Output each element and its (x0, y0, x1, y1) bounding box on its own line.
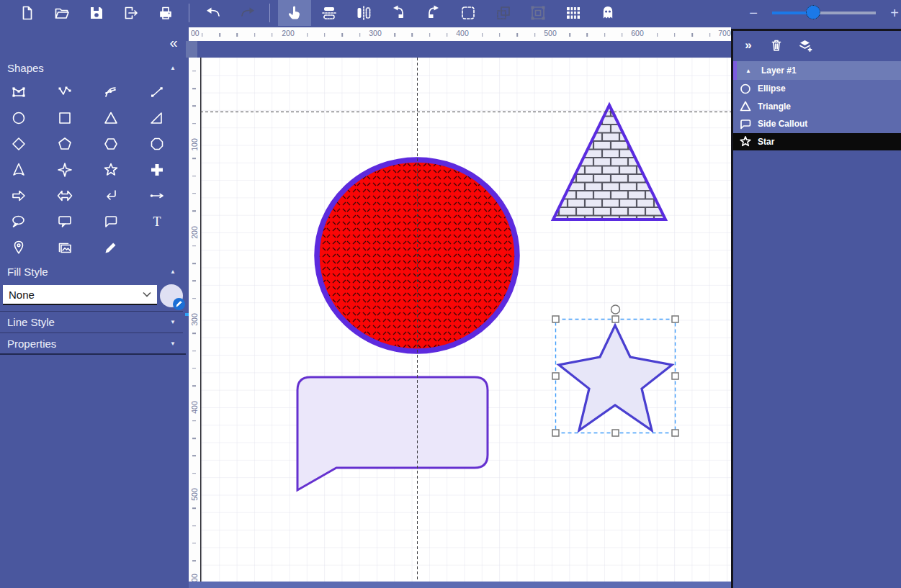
collapse-up-icon: ▲ (170, 268, 176, 275)
sidebar-collapse-button[interactable]: « (163, 33, 184, 52)
line-style-section-header[interactable]: Line Style ▼ (0, 311, 183, 333)
flip-horizontal-button[interactable] (346, 0, 381, 26)
zoom-in-button[interactable]: + (884, 0, 901, 26)
five-point-star-icon (102, 161, 120, 178)
cross-tool[interactable] (145, 159, 169, 181)
undo-button[interactable] (196, 0, 230, 26)
eyedropper-icon (175, 300, 183, 308)
resize-handle-nw[interactable] (552, 316, 559, 322)
image-tool[interactable] (53, 237, 77, 258)
fill-style-dropdown[interactable]: None (3, 285, 157, 305)
pentagon-tool[interactable] (53, 133, 77, 155)
ruler-label: 600 (630, 29, 645, 37)
fill-color-swatch[interactable] (160, 284, 183, 307)
curve-tool[interactable] (99, 81, 123, 103)
three-point-star-icon (10, 161, 27, 178)
sidebar-divider (0, 353, 186, 355)
eyedropper-button[interactable] (173, 298, 185, 310)
text-tool[interactable]: T (145, 211, 169, 232)
map-pin-tool[interactable] (6, 237, 31, 258)
resize-handle-w[interactable] (552, 373, 559, 379)
transform-frame-button[interactable] (521, 0, 555, 26)
properties-section-header[interactable]: Properties ▼ (0, 333, 183, 353)
rotation-handle[interactable] (611, 305, 620, 314)
layers-panel: » ▲ Layer #1 Ellipse (731, 29, 901, 588)
print-button[interactable] (148, 0, 183, 26)
delete-layer-button[interactable] (762, 35, 791, 56)
layer-item-triangle[interactable]: Triangle (733, 98, 901, 116)
line-tool[interactable] (145, 81, 169, 103)
layer-row[interactable]: ▲ Layer #1 (733, 61, 901, 80)
edit-shape-tool[interactable] (6, 81, 31, 103)
redo-icon (238, 4, 257, 22)
octagon-tool[interactable] (145, 133, 169, 155)
three-point-star-tool[interactable] (6, 159, 31, 181)
hexagon-tool[interactable] (99, 133, 123, 155)
zoom-slider-track[interactable] (772, 12, 876, 14)
oval-callout-tool[interactable] (6, 211, 31, 232)
arrow-right-tool[interactable] (6, 185, 31, 207)
rect-callout-tool[interactable] (53, 211, 77, 232)
fill-style-section-header[interactable]: Fill Style ▲ (0, 262, 183, 281)
five-point-star-tool[interactable] (99, 159, 123, 181)
save-button[interactable] (79, 0, 114, 26)
layer-item-side-callout[interactable]: Side Callout (733, 115, 901, 133)
zoom-slider-thumb[interactable] (806, 5, 820, 19)
rotate-left-button[interactable] (381, 0, 416, 26)
drawing-canvas[interactable] (200, 58, 731, 582)
shapes-section-header[interactable]: Shapes ▲ (0, 59, 183, 76)
undo-icon (204, 4, 223, 22)
return-arrow-tool[interactable] (99, 185, 123, 207)
redo-button[interactable] (230, 0, 265, 26)
new-file-button[interactable] (10, 0, 45, 26)
rectangle-tool[interactable] (53, 107, 77, 129)
cross-icon (148, 161, 166, 178)
resize-handle-sw[interactable] (552, 430, 559, 436)
right-triangle-icon (148, 109, 166, 127)
double-arrow-icon (56, 187, 73, 204)
chevron-down-icon (143, 291, 151, 297)
rotate-right-button[interactable] (416, 0, 451, 26)
right-triangle-tool[interactable] (145, 107, 169, 129)
layer-item-ellipse[interactable]: Ellipse (733, 80, 901, 98)
text-icon: T (148, 213, 166, 230)
resize-handle-ne[interactable] (672, 316, 678, 322)
panel-expand-button[interactable]: » (733, 35, 762, 56)
pencil-icon (102, 239, 120, 256)
horizontal-ruler: 00 200 300 400 500 600 700 (189, 27, 731, 41)
double-arrow-tool[interactable] (53, 185, 77, 207)
horizontal-scrollbar[interactable] (189, 582, 731, 588)
marquee-select-button[interactable] (451, 0, 485, 26)
triangle-tool[interactable] (99, 107, 123, 129)
open-button[interactable] (45, 0, 79, 26)
pencil-tool[interactable] (99, 237, 123, 258)
add-layer-button[interactable] (791, 35, 820, 56)
measure-line-tool[interactable] (145, 185, 169, 207)
resize-handle-s[interactable] (612, 430, 619, 436)
rotate-right-icon (424, 4, 443, 22)
resize-handle-e[interactable] (672, 373, 678, 379)
zoom-out-button[interactable]: − (743, 0, 763, 26)
toolbar-separator (269, 4, 270, 22)
layer-item-label: Triangle (758, 101, 791, 112)
triangle-icon (739, 100, 752, 112)
flip-vertical-icon (320, 4, 339, 22)
ruler-label: 600 (190, 572, 199, 582)
grid-button[interactable] (556, 0, 591, 26)
ruler-label: 500 (190, 487, 199, 502)
layer-item-star[interactable]: Star (733, 133, 901, 151)
resize-handle-se[interactable] (672, 430, 678, 436)
side-callout-tool[interactable] (99, 211, 123, 232)
resize-handle-n[interactable] (612, 316, 619, 322)
export-button[interactable] (114, 0, 148, 26)
ellipse-tool[interactable] (6, 107, 31, 129)
send-backward-button[interactable] (486, 0, 521, 26)
diamond-tool[interactable] (6, 133, 31, 155)
flip-vertical-button[interactable] (312, 0, 346, 26)
ghost-button[interactable] (591, 0, 625, 26)
open-folder-icon (53, 4, 71, 22)
shape-tool-grid: T (0, 79, 189, 261)
pointer-tool-button[interactable] (278, 0, 311, 26)
four-point-star-tool[interactable] (53, 159, 77, 181)
polyline-tool[interactable] (53, 81, 77, 103)
